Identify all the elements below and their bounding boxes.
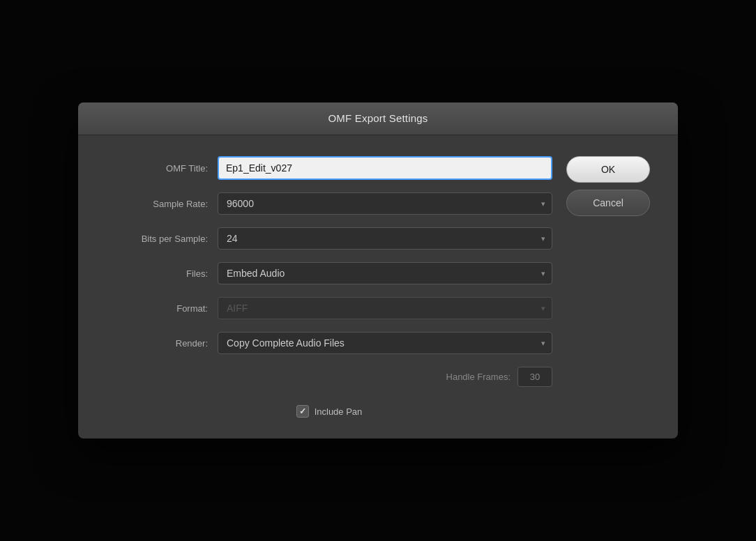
render-label: Render: bbox=[106, 338, 218, 349]
omf-title-row: OMF Title: bbox=[106, 156, 552, 180]
sample-rate-select[interactable]: 44100 48000 88200 96000 192000 bbox=[218, 192, 552, 215]
handle-frames-input[interactable] bbox=[517, 367, 552, 387]
render-control: Copy Complete Audio Files Trim Audio Fil… bbox=[218, 332, 552, 354]
dialog-body: OMF Title: Sample Rate: 44100 48000 8820… bbox=[78, 135, 678, 439]
omf-title-control bbox=[218, 156, 552, 180]
files-row: Files: Embed Audio Separate Audio ▾ bbox=[106, 262, 552, 284]
omf-export-dialog: OMF Export Settings OMF Title: Sample Ra… bbox=[78, 102, 678, 439]
buttons-section: OK Cancel bbox=[566, 156, 650, 418]
bits-per-sample-control: 16 24 32 ▾ bbox=[218, 227, 552, 250]
cancel-button[interactable]: Cancel bbox=[566, 190, 650, 216]
format-label: Format: bbox=[106, 303, 218, 314]
bits-per-sample-row: Bits per Sample: 16 24 32 ▾ bbox=[106, 227, 552, 250]
backdrop: OMF Export Settings OMF Title: Sample Ra… bbox=[0, 0, 756, 541]
bits-per-sample-select[interactable]: 16 24 32 bbox=[218, 227, 552, 250]
handle-frames-row: Handle Frames: bbox=[106, 367, 552, 387]
omf-title-input[interactable] bbox=[218, 156, 552, 180]
omf-title-label: OMF Title: bbox=[106, 163, 218, 174]
ok-button[interactable]: OK bbox=[566, 156, 650, 183]
format-control: AIFF ▾ bbox=[218, 297, 552, 319]
include-pan-checkbox-label[interactable]: ✓ Include Pan bbox=[296, 405, 363, 418]
include-pan-checkbox[interactable]: ✓ bbox=[296, 405, 309, 418]
files-select[interactable]: Embed Audio Separate Audio bbox=[218, 262, 552, 284]
dialog-title: OMF Export Settings bbox=[328, 112, 428, 124]
format-row: Format: AIFF ▾ bbox=[106, 297, 552, 319]
handle-frames-label: Handle Frames: bbox=[446, 372, 511, 382]
sample-rate-row: Sample Rate: 44100 48000 88200 96000 192… bbox=[106, 192, 552, 215]
form-section: OMF Title: Sample Rate: 44100 48000 8820… bbox=[106, 156, 552, 418]
files-control: Embed Audio Separate Audio ▾ bbox=[218, 262, 552, 284]
dialog-titlebar: OMF Export Settings bbox=[78, 102, 678, 135]
bits-per-sample-label: Bits per Sample: bbox=[106, 234, 218, 244]
sample-rate-control: 44100 48000 88200 96000 192000 ▾ bbox=[218, 192, 552, 215]
render-row: Render: Copy Complete Audio Files Trim A… bbox=[106, 332, 552, 354]
include-pan-row: ✓ Include Pan bbox=[106, 405, 552, 418]
files-label: Files: bbox=[106, 268, 218, 279]
checkmark-icon: ✓ bbox=[299, 406, 306, 416]
format-select[interactable]: AIFF bbox=[218, 297, 552, 319]
include-pan-text: Include Pan bbox=[315, 406, 363, 417]
sample-rate-label: Sample Rate: bbox=[106, 199, 218, 209]
render-select[interactable]: Copy Complete Audio Files Trim Audio Fil… bbox=[218, 332, 552, 354]
